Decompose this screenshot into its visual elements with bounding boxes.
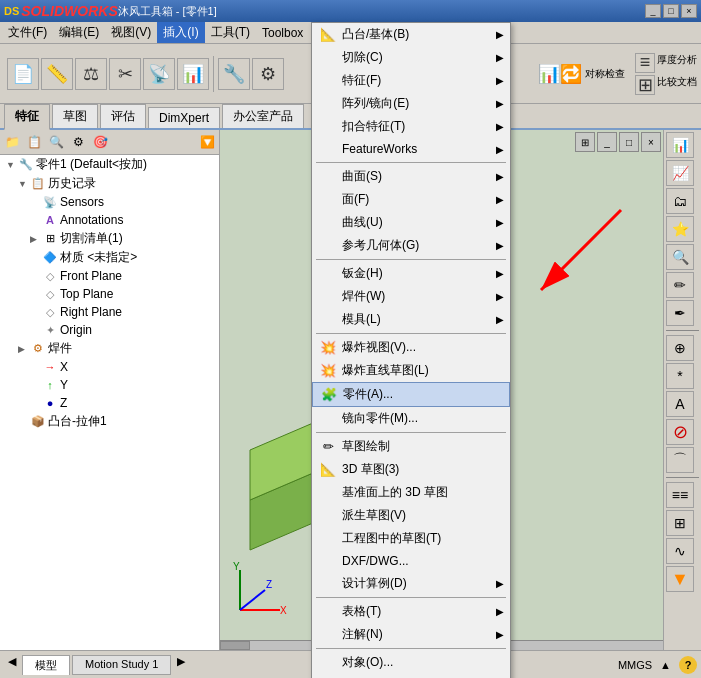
menu-file[interactable]: 文件(F) [2, 22, 53, 43]
tree-item-extrude[interactable]: 📦 凸台-拉伸1 [0, 412, 219, 431]
tree-filter-btn[interactable]: 🔽 [197, 132, 217, 152]
right-btn-13[interactable]: ≡≡ [666, 482, 694, 508]
tree-item-origin[interactable]: ✦ Origin [0, 321, 219, 339]
menu-derived-sketch[interactable]: 派生草图(V) [312, 504, 510, 527]
menu-explode-line[interactable]: 💥 爆炸直线草图(L) [312, 359, 510, 382]
tree-item-top-plane[interactable]: ◇ Top Plane [0, 285, 219, 303]
menu-mirror-part[interactable]: 镜向零件(M)... [312, 407, 510, 430]
tree-item-z[interactable]: ● Z [0, 394, 219, 412]
tree-item-right-plane[interactable]: ◇ Right Plane [0, 303, 219, 321]
menu-pattern[interactable]: 阵列/镜向(E) ▶ [312, 92, 510, 115]
right-btn-3[interactable]: 🗂 [666, 188, 694, 214]
tree-btn-3[interactable]: 🔍 [46, 132, 66, 152]
right-btn-6[interactable]: ✏ [666, 272, 694, 298]
thickness-button[interactable]: ≡ [635, 53, 655, 73]
menu-drawing-sketch[interactable]: 工程图中的草图(T) [312, 527, 510, 550]
menu-annotation[interactable]: 注解(N) ▶ [312, 623, 510, 646]
tree-item-material[interactable]: 🔷 材质 <未指定> [0, 248, 219, 267]
symmetric-button[interactable]: 🔁 [561, 64, 581, 84]
right-btn-11[interactable]: ⊘ [666, 419, 694, 445]
tree-item-front-plane[interactable]: ◇ Front Plane [0, 267, 219, 285]
menu-mold[interactable]: 模具(L) ▶ [312, 308, 510, 331]
menu-3d-sketch[interactable]: 📐 3D 草图(3) [312, 458, 510, 481]
menu-tools[interactable]: 工具(T) [205, 22, 256, 43]
right-btn-16[interactable]: ▼ [666, 566, 694, 592]
tree-item-cutlist[interactable]: ▶ ⊞ 切割清单(1) [0, 229, 219, 248]
insert-menu[interactable]: 📐 凸台/基体(B) ▶ 切除(C) ▶ 特征(F) ▶ 阵列/镜向(E) ▶ … [311, 22, 511, 678]
menu-part[interactable]: 🧩 零件(A)... [312, 382, 510, 407]
menu-explode-view[interactable]: 💥 爆炸视图(V)... [312, 336, 510, 359]
measure-button[interactable]: 📏 [41, 58, 73, 90]
right-btn-4[interactable]: ⭐ [666, 216, 694, 242]
menu-edit[interactable]: 编辑(E) [53, 22, 105, 43]
menu-hyperlink[interactable]: 🔗 超文本链接(U)... [312, 674, 510, 678]
menu-toolbox[interactable]: Toolbox [256, 24, 309, 42]
tab-office[interactable]: 办公室产品 [222, 104, 304, 128]
tree-item-y[interactable]: ↑ Y [0, 376, 219, 394]
menu-featureworks[interactable]: FeatureWorks ▶ [312, 138, 510, 160]
menu-curve[interactable]: 曲线(U) ▶ [312, 211, 510, 234]
menu-sketch-draw[interactable]: ✏ 草图绘制 [312, 435, 510, 458]
tree-item-sensors[interactable]: 📡 Sensors [0, 193, 219, 211]
new-button[interactable]: 📄 [7, 58, 39, 90]
viewport-close-btn[interactable]: × [641, 132, 661, 152]
menu-fastening[interactable]: 扣合特征(T) ▶ [312, 115, 510, 138]
tree-item-weld[interactable]: ▶ ⚙ 焊件 [0, 339, 219, 358]
tree-item-annotations[interactable]: A Annotations [0, 211, 219, 229]
tree-btn-5[interactable]: 🎯 [90, 132, 110, 152]
tree-btn-1[interactable]: 📁 [2, 132, 22, 152]
menu-feature[interactable]: 特征(F) ▶ [312, 69, 510, 92]
tab-sketch[interactable]: 草图 [52, 104, 98, 128]
minimize-button[interactable]: _ [645, 4, 661, 18]
menu-object[interactable]: 对象(O)... [312, 651, 510, 674]
right-btn-10[interactable]: A [666, 391, 694, 417]
menu-3d-sketch-plane[interactable]: 基准面上的 3D 草图 [312, 481, 510, 504]
menu-sheet-metal[interactable]: 钣金(H) ▶ [312, 262, 510, 285]
scroll-right[interactable]: ▶ [173, 655, 189, 675]
compare-button[interactable]: ⊞ [635, 75, 655, 95]
maximize-button[interactable]: □ [663, 4, 679, 18]
tree-item-history[interactable]: ▼ 📋 历史记录 [0, 174, 219, 193]
menu-surface[interactable]: 曲面(S) ▶ [312, 165, 510, 188]
tree-btn-4[interactable]: ⚙ [68, 132, 88, 152]
status-tab-model[interactable]: 模型 [22, 655, 70, 675]
h-scrollbar-thumb[interactable] [220, 641, 250, 650]
menu-insert[interactable]: 插入(I) [157, 22, 204, 43]
tool2-button[interactable]: ⚙ [252, 58, 284, 90]
right-btn-1[interactable]: 📊 [666, 132, 694, 158]
right-btn-14[interactable]: ⊞ [666, 510, 694, 536]
section-button[interactable]: ✂ [109, 58, 141, 90]
right-btn-8[interactable]: ⊕ [666, 335, 694, 361]
tab-feature[interactable]: 特征 [4, 104, 50, 130]
menu-design-study[interactable]: 设计算例(D) ▶ [312, 572, 510, 595]
tree-item-part[interactable]: ▼ 🔧 零件1 (Default<按加) [0, 155, 219, 174]
menu-ref-geometry[interactable]: 参考几何体(G) ▶ [312, 234, 510, 257]
menu-cut[interactable]: 切除(C) ▶ [312, 46, 510, 69]
tool1-button[interactable]: 🔧 [218, 58, 250, 90]
help-button[interactable]: ? [679, 656, 697, 674]
right-btn-7[interactable]: ✒ [666, 300, 694, 326]
viewport-max-btn[interactable]: □ [619, 132, 639, 152]
right-btn-2[interactable]: 📈 [666, 160, 694, 186]
right-btn-9[interactable]: * [666, 363, 694, 389]
tree-btn-2[interactable]: 📋 [24, 132, 44, 152]
stats-button[interactable]: 📊 [177, 58, 209, 90]
viewport-min-btn[interactable]: _ [597, 132, 617, 152]
right-btn-12[interactable]: ⌒ [666, 447, 694, 473]
scroll-left[interactable]: ◀ [4, 655, 20, 675]
sensor-button[interactable]: 📡 [143, 58, 175, 90]
mass-button[interactable]: ⚖ [75, 58, 107, 90]
tab-dimxpert[interactable]: DimXpert [148, 107, 220, 128]
close-button[interactable]: × [681, 4, 697, 18]
right-btn-5[interactable]: 🔍 [666, 244, 694, 270]
right-btn-15[interactable]: ∿ [666, 538, 694, 564]
menu-face[interactable]: 面(F) ▶ [312, 188, 510, 211]
status-tab-motion[interactable]: Motion Study 1 [72, 655, 171, 675]
menu-dxf-dwg[interactable]: DXF/DWG... [312, 550, 510, 572]
menu-boss-base[interactable]: 📐 凸台/基体(B) ▶ [312, 23, 510, 46]
analyze-button[interactable]: 📊 [539, 64, 559, 84]
menu-weldment[interactable]: 焊件(W) ▶ [312, 285, 510, 308]
menu-table[interactable]: 表格(T) ▶ [312, 600, 510, 623]
tree-item-x[interactable]: → X [0, 358, 219, 376]
viewport-fit-btn[interactable]: ⊞ [575, 132, 595, 152]
